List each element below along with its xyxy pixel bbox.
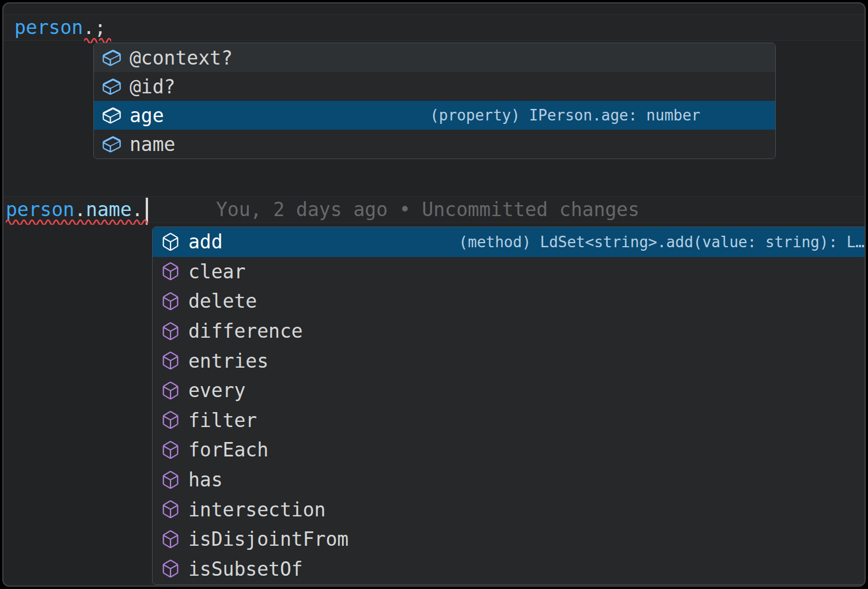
code-line-1[interactable]: person.; [3,14,865,41]
code-token: ; [94,16,106,39]
suggestion-label: isDisjointFrom [188,528,348,550]
text-cursor [146,198,148,225]
suggest-widget-bottom: add(method) LdSet<string>.add(value: str… [152,226,866,585]
suggestion-item[interactable]: forEach [153,435,866,465]
suggestion-item[interactable]: entries [153,346,866,376]
suggestion-label: forEach [188,439,268,461]
suggestion-item[interactable]: difference [153,316,866,346]
code-text: person.name. [6,197,143,222]
code-text: person.; [14,14,106,40]
suggestion-label: filter [188,409,257,432]
symbol-method-icon [160,410,181,431]
suggestion-label: every [188,379,245,402]
symbol-method-icon [160,558,181,579]
suggestion-item[interactable]: filter [153,406,866,436]
suggestion-item[interactable]: isSubsetOf [153,554,866,584]
suggestion-label: delete [188,290,257,312]
code-line-2[interactable]: person.name. You, 2 days ago • Uncommitt… [3,196,865,223]
symbol-method-icon [160,470,181,490]
suggest-widget-top: @context?@id?age(property) IPerson.age: … [93,43,776,159]
suggestion-item[interactable]: delete [153,286,866,316]
suggestion-item[interactable]: @context? [94,43,775,72]
symbol-field-icon [101,47,122,68]
suggestion-label: entries [188,350,268,372]
suggestion-label: has [188,469,223,491]
suggestion-item[interactable]: clear [153,257,866,287]
suggestion-item[interactable]: has [153,465,866,495]
suggestion-label: isSubsetOf [188,558,303,580]
suggestion-label: intersection [188,499,325,521]
code-token: person [14,16,83,39]
suggestion-label: difference [188,320,303,342]
suggestion-item[interactable]: every [153,376,866,406]
symbol-field-icon [101,76,122,97]
code-token: . [132,198,143,221]
git-blame-annotation: You, 2 days ago • Uncommitted changes [216,197,639,222]
editor-window: person.; @context?@id?age(property) IPer… [2,2,866,587]
symbol-method-icon [160,529,181,550]
suggestion-label: @context? [130,47,233,69]
symbol-method-icon [160,350,181,371]
symbol-field-icon [101,105,122,126]
suggestion-label: add [188,231,223,253]
symbol-method-icon [160,380,181,401]
suggestion-item[interactable]: add(method) LdSet<string>.add(value: str… [153,227,866,257]
code-token: . [74,198,86,221]
suggestion-label: clear [188,260,245,283]
symbol-method-icon [160,321,181,342]
suggestion-item[interactable]: name [94,130,775,158]
screenshot-frame: person.; @context?@id?age(property) IPer… [0,0,868,589]
suggestion-item[interactable]: intersection [153,494,866,524]
suggestion-detail: (method) LdSet<string>.add(value: string… [459,233,865,251]
suggestion-detail: (property) IPerson.age: number [430,107,700,124]
suggestion-label: age [130,104,164,127]
code-token: person [6,198,74,221]
symbol-method-icon [160,499,181,520]
symbol-method-icon [160,261,181,282]
symbol-method-icon [160,440,181,460]
suggestion-label: name [130,133,175,156]
suggestion-item[interactable]: isDisjointFrom [153,524,866,554]
code-token: . [83,16,94,39]
symbol-field-icon [101,134,122,154]
symbol-method-icon [160,232,181,252]
suggestion-label: @id? [130,75,175,98]
suggestion-item[interactable]: age(property) IPerson.age: number [94,101,775,130]
symbol-method-icon [160,291,181,312]
suggestion-item[interactable]: @id? [94,72,775,101]
code-token: name [86,198,131,221]
